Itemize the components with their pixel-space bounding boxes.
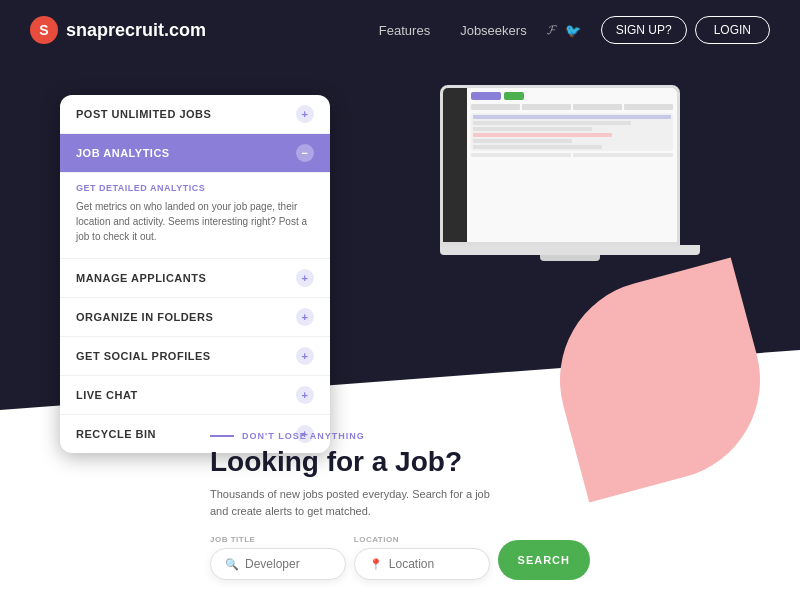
bottom-section: DON'T LOSE ANYTHING Looking for a Job? T… <box>0 350 800 600</box>
logo-icon: S <box>30 16 58 44</box>
search-button[interactable]: SEARCH <box>498 540 590 580</box>
location-pin-icon: 📍 <box>369 558 383 571</box>
title-field-wrap: JOB TITLE 🔍 <box>210 535 346 580</box>
brand-name: snaprecruit.com <box>66 20 206 41</box>
nav-jobseekers[interactable]: Jobseekers <box>460 23 526 38</box>
location-field-wrap: LOCATION 📍 <box>354 535 490 580</box>
title-input[interactable] <box>245 557 331 571</box>
facebook-icon[interactable]: 𝓕 <box>547 22 557 38</box>
eyebrow-text: DON'T LOSE ANYTHING <box>242 431 365 441</box>
title-search-field: 🔍 <box>210 548 346 580</box>
job-desc: Thousands of new jobs posted everyday. S… <box>210 486 510 519</box>
location-label: LOCATION <box>354 535 490 544</box>
feature-item-post-icon: + <box>296 105 314 123</box>
dont-lose-eyebrow: DON'T LOSE ANYTHING <box>210 431 590 441</box>
login-button[interactable]: LOGIN <box>695 16 770 44</box>
twitter-icon[interactable]: 🐦 <box>565 23 581 38</box>
navbar: S snaprecruit.com Features Jobseekers 𝓕 … <box>0 0 800 60</box>
eyebrow-line <box>210 435 234 437</box>
analytics-desc: Get metrics on who landed on your job pa… <box>76 199 314 244</box>
laptop-screen <box>440 85 680 245</box>
nav-features[interactable]: Features <box>379 23 430 38</box>
laptop-stand <box>540 255 600 261</box>
analytics-content: GET DETAILED ANALYTICS Get metrics on wh… <box>60 173 330 259</box>
title-search-icon: 🔍 <box>225 558 239 571</box>
location-input[interactable] <box>389 557 475 571</box>
logo: S snaprecruit.com <box>30 16 206 44</box>
laptop-mockup <box>440 85 700 261</box>
location-search-field: 📍 <box>354 548 490 580</box>
title-label: JOB TITLE <box>210 535 346 544</box>
feature-item-post[interactable]: POST UNLIMITED JOBS + <box>60 95 330 134</box>
feature-item-folders[interactable]: ORGANIZE IN FOLDERS + <box>60 298 330 337</box>
nav-links: Features Jobseekers <box>379 23 527 38</box>
feature-item-folders-icon: + <box>296 308 314 326</box>
feature-item-manage[interactable]: MANAGE APPLICANTS + <box>60 259 330 298</box>
laptop-sidebar <box>443 88 467 242</box>
laptop-base <box>440 245 700 255</box>
feature-item-manage-icon: + <box>296 269 314 287</box>
search-row: JOB TITLE 🔍 LOCATION 📍 SEARCH <box>210 535 590 580</box>
social-icons: 𝓕 🐦 <box>547 22 581 38</box>
laptop-content <box>467 88 677 242</box>
analytics-subtitle: GET DETAILED ANALYTICS <box>76 183 314 193</box>
job-search-card: DON'T LOSE ANYTHING Looking for a Job? T… <box>210 431 590 580</box>
feature-item-analytics-icon: − <box>296 144 314 162</box>
feature-item-analytics[interactable]: JOB ANALYTICS − <box>60 134 330 173</box>
job-heading: Looking for a Job? <box>210 447 590 478</box>
signup-button[interactable]: SIGN UP? <box>601 16 687 44</box>
